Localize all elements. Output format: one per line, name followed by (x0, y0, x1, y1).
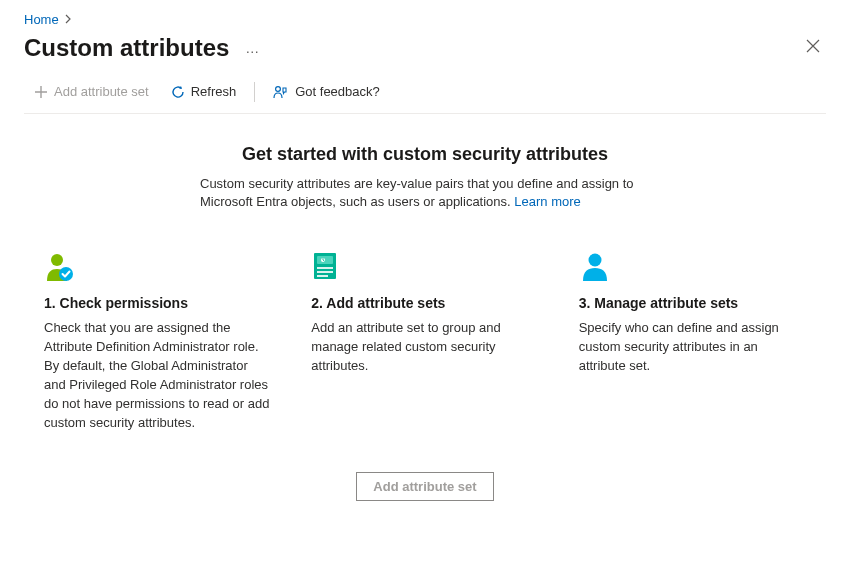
step-check-permissions: 1. Check permissions Check that you are … (44, 251, 271, 432)
step-3-body: Specify who can define and assign custom… (579, 319, 806, 376)
refresh-icon (171, 85, 185, 99)
svg-rect-7 (317, 271, 333, 273)
command-bar: Add attribute set Refresh Got feedback? (24, 80, 826, 114)
cta-add-attribute-set-button: Add attribute set (356, 472, 493, 501)
page-title: Custom attributes (24, 34, 229, 62)
content-area: Get started with custom security attribu… (24, 114, 826, 580)
intro-body: Custom security attributes are key-value… (200, 175, 650, 211)
page-root: Home Custom attributes … Add attribute s… (0, 0, 850, 580)
step-add-attribute-sets: 2. Add attribute sets Add an attribute s… (311, 251, 538, 432)
add-attribute-set-button: Add attribute set (24, 80, 159, 103)
svg-rect-6 (317, 267, 333, 269)
step-1-title: 1. Check permissions (44, 295, 271, 311)
plus-icon (34, 85, 48, 99)
title-row: Custom attributes … (24, 33, 826, 62)
step-1-body: Check that you are assigned the Attribut… (44, 319, 271, 432)
more-actions-button[interactable]: … (241, 36, 264, 60)
feedback-button[interactable]: Got feedback? (263, 80, 390, 103)
toolbar-separator (254, 82, 255, 102)
step-3-title: 3. Manage attribute sets (579, 295, 806, 311)
add-attribute-set-label: Add attribute set (54, 84, 149, 99)
breadcrumb: Home (24, 12, 826, 27)
feedback-person-icon (273, 85, 289, 99)
step-2-body: Add an attribute set to group and manage… (311, 319, 538, 376)
intro-block: Get started with custom security attribu… (200, 144, 650, 211)
close-button[interactable] (800, 33, 826, 62)
svg-rect-8 (317, 275, 328, 277)
refresh-button[interactable]: Refresh (161, 80, 247, 103)
chevron-right-icon (65, 13, 73, 27)
refresh-label: Refresh (191, 84, 237, 99)
svg-point-0 (276, 86, 281, 91)
step-2-title: 2. Add attribute sets (311, 295, 538, 311)
steps-row: 1. Check permissions Check that you are … (44, 251, 806, 432)
permissions-person-icon (44, 251, 76, 283)
learn-more-link[interactable]: Learn more (514, 194, 580, 209)
feedback-label: Got feedback? (295, 84, 380, 99)
cta-row: Add attribute set (44, 472, 806, 501)
breadcrumb-home-link[interactable]: Home (24, 12, 59, 27)
svg-point-1 (51, 254, 63, 266)
step-manage-attribute-sets: 3. Manage attribute sets Specify who can… (579, 251, 806, 432)
title-left: Custom attributes … (24, 34, 264, 62)
intro-heading: Get started with custom security attribu… (200, 144, 650, 165)
attribute-set-document-icon (311, 251, 343, 283)
svg-point-9 (588, 254, 601, 267)
manage-person-icon (579, 251, 611, 283)
